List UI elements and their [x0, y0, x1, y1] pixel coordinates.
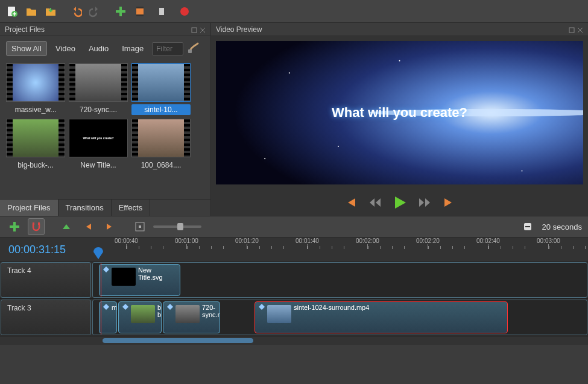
- clip-effects-icon: [167, 304, 173, 311]
- file-label: big-buck-...: [6, 160, 65, 171]
- save-file-button[interactable]: [42, 3, 59, 20]
- clip[interactable]: New Title.svg: [99, 264, 180, 296]
- svg-rect-5: [136, 7, 144, 8]
- preview-close-icon[interactable]: [577, 27, 583, 33]
- main-toolbar: [0, 0, 588, 23]
- svg-rect-8: [154, 8, 159, 15]
- add-track-button[interactable]: [6, 218, 23, 235]
- svg-point-17: [264, 158, 265, 159]
- jump-end-button[interactable]: [442, 197, 455, 208]
- zoom-menu-button[interactable]: [519, 218, 536, 235]
- svg-rect-3: [116, 10, 125, 13]
- file-label: 100_0684....: [131, 160, 191, 171]
- panel-detach-icon[interactable]: [191, 27, 197, 33]
- clip[interactable]: big-buck-: [118, 301, 162, 333]
- undo-button[interactable]: [68, 3, 84, 20]
- clip-label: New Title.svg: [138, 266, 176, 281]
- tab-project-files[interactable]: Project Files: [0, 200, 58, 216]
- clip-label: m: [112, 304, 117, 311]
- transport-controls: [211, 189, 588, 216]
- tab-effects[interactable]: Effects: [112, 200, 151, 216]
- filter-input[interactable]: [152, 42, 183, 55]
- file-label: New Title...: [69, 160, 128, 171]
- svg-rect-23: [38, 222, 40, 225]
- track: Track 4New Title.svg: [0, 262, 588, 299]
- clip-label: 720-sync.mp4: [202, 304, 220, 318]
- file-label: massive_w...: [6, 104, 65, 115]
- forward-button[interactable]: [418, 197, 431, 208]
- video-preview-header: Video Preview: [211, 23, 588, 36]
- svg-point-16: [338, 146, 339, 147]
- file-thumbnail[interactable]: sintel-10...: [131, 63, 191, 115]
- clip-effects-icon: [122, 304, 128, 311]
- filter-audio[interactable]: Audio: [84, 42, 113, 55]
- open-file-button[interactable]: [23, 3, 40, 20]
- playhauthor

-icon[interactable]: [93, 247, 103, 260]
- track-lane[interactable]: New Title.svg: [92, 262, 587, 298]
- zoom-label: 20 seconds: [542, 222, 583, 231]
- file-thumbnail[interactable]: 100_0684....: [131, 119, 191, 171]
- svg-rect-27: [525, 226, 530, 227]
- file-thumbnail[interactable]: What will you create?New Title...: [69, 119, 128, 171]
- panel-close-icon[interactable]: [200, 27, 206, 33]
- clip[interactable]: 720-sync.mp4: [163, 301, 220, 333]
- track-lane[interactable]: mbig-buck-720-sync.mp4sintel-1024-surrou…: [92, 300, 587, 335]
- clip[interactable]: m: [99, 301, 117, 333]
- zoom-slider[interactable]: [153, 225, 201, 228]
- preview-overlay-text: What will you create?: [332, 105, 467, 121]
- bottom-tabs: Project Files Transitions Effects: [0, 199, 210, 216]
- clear-filter-icon[interactable]: [187, 41, 200, 56]
- svg-rect-22: [33, 222, 34, 225]
- svg-rect-6: [136, 14, 144, 16]
- clip[interactable]: sintel-1024-surround.mp4: [254, 301, 508, 333]
- marker-button[interactable]: [131, 3, 148, 20]
- next-marker-button[interactable]: [101, 218, 118, 235]
- new-file-button[interactable]: [4, 3, 21, 20]
- preview-detach-icon[interactable]: [569, 27, 575, 33]
- clip-label: big-buck-: [157, 304, 162, 318]
- prev-marker-button[interactable]: [80, 218, 96, 235]
- clip-effects-icon: [103, 304, 109, 311]
- filter-bar: Show All Video Audio Image: [0, 36, 210, 61]
- import-button[interactable]: [112, 3, 129, 20]
- timeline-tracks: Track 4New Title.svgTrack 3mbig-buck-720…: [0, 262, 588, 336]
- file-label: 720-sync....: [69, 104, 128, 115]
- clip-effects-icon: [103, 266, 109, 274]
- center-playhead-button[interactable]: [131, 218, 148, 235]
- svg-rect-21: [10, 225, 19, 228]
- clip-effects-icon: [259, 304, 265, 311]
- jump-start-button[interactable]: [344, 197, 358, 208]
- redo-button[interactable]: [87, 3, 104, 20]
- record-button[interactable]: [176, 3, 193, 20]
- add-marker-button[interactable]: [58, 218, 75, 235]
- project-files-title: Project Files: [5, 25, 45, 34]
- play-button[interactable]: [393, 195, 407, 210]
- marker2-button[interactable]: [151, 3, 168, 20]
- tab-transitions[interactable]: Transitions: [58, 200, 112, 216]
- svg-rect-11: [188, 49, 192, 53]
- svg-point-9: [180, 7, 189, 16]
- svg-rect-10: [192, 28, 197, 33]
- snap-button[interactable]: [28, 218, 45, 235]
- preview-viewport[interactable]: What will you create?: [216, 41, 583, 184]
- file-thumbnail[interactable]: big-buck-...: [6, 119, 65, 171]
- svg-point-15: [289, 72, 290, 74]
- clip-label: sintel-1024-surround.mp4: [294, 304, 369, 311]
- filter-video[interactable]: Video: [51, 42, 80, 55]
- track-header[interactable]: Track 3: [1, 300, 91, 335]
- file-thumbnail[interactable]: massive_w...: [6, 63, 65, 115]
- timeline-ruler[interactable]: 00:00:31:15 00:00:4000:01:0000:01:2000:0…: [0, 238, 588, 262]
- file-label: sintel-10...: [131, 104, 191, 115]
- filter-image[interactable]: Image: [117, 42, 148, 55]
- project-files-header: Project Files: [0, 23, 210, 36]
- track-header[interactable]: Track 4: [1, 262, 91, 298]
- track: Track 3mbig-buck-720-sync.mp4sintel-1024…: [0, 299, 588, 336]
- rewind-button[interactable]: [368, 197, 382, 208]
- file-thumbnails: massive_w...720-sync....sintel-10...big-…: [0, 61, 210, 173]
- video-preview-panel: Video Preview What: [211, 23, 588, 216]
- project-files-panel: Project Files Show All Video Audio Image…: [0, 23, 211, 216]
- timecode: 00:00:31:15: [0, 238, 90, 261]
- file-thumbnail[interactable]: 720-sync....: [69, 63, 128, 115]
- timeline-scrollbar[interactable]: [0, 336, 588, 345]
- filter-show-all[interactable]: Show All: [6, 41, 47, 56]
